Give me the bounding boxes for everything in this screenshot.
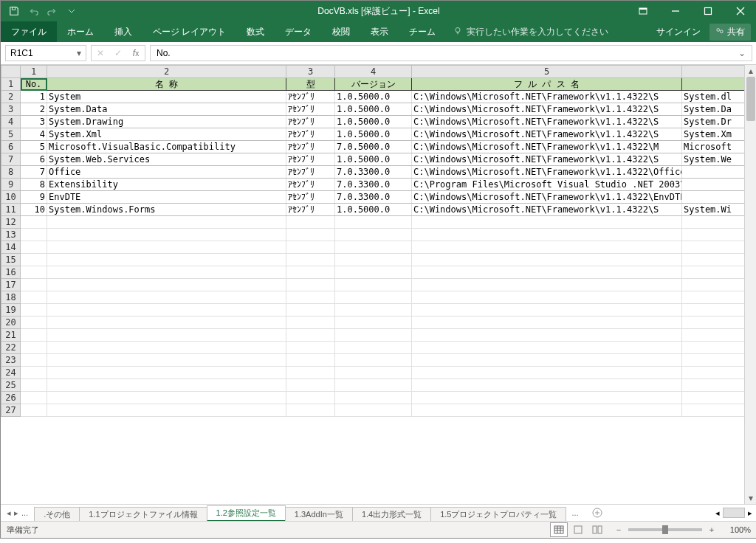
cell[interactable] (47, 317, 286, 329)
row-header[interactable]: 9 (1, 179, 21, 191)
row-header[interactable]: 25 (1, 379, 21, 392)
row-header[interactable]: 22 (1, 342, 21, 354)
cell[interactable] (682, 379, 745, 392)
cell[interactable] (682, 266, 745, 279)
cell[interactable] (682, 241, 745, 254)
cell[interactable]: C:\Windows\Microsoft.NET\Framework\v1.1.… (412, 166, 682, 179)
cell[interactable]: ｱｾﾝﾌﾞﾘ (286, 141, 335, 153)
cell[interactable] (335, 216, 412, 229)
cell[interactable] (21, 329, 47, 342)
header-cell[interactable] (682, 78, 745, 91)
cell[interactable]: ｱｾﾝﾌﾞﾘ (286, 91, 335, 103)
cell[interactable]: 5 (21, 141, 47, 153)
row-header[interactable]: 27 (1, 404, 21, 417)
hscroll-right-icon[interactable]: ▸ (748, 508, 752, 518)
cell[interactable] (682, 329, 745, 342)
cell[interactable]: C:\Program Files\Microsoft Visual Studio… (412, 179, 682, 191)
cell[interactable] (47, 392, 286, 404)
spreadsheet-grid[interactable]: 12345 1No.名 称型バージョンフ ル パ ス 名21Systemｱｾﾝﾌ… (1, 65, 744, 417)
sheet-tab[interactable]: 1.3AddIn一覧 (285, 507, 353, 521)
cell[interactable] (412, 266, 682, 279)
cell[interactable] (412, 392, 682, 404)
cell[interactable] (412, 216, 682, 229)
insert-function-button[interactable]: fx (127, 48, 145, 58)
cell[interactable] (335, 354, 412, 367)
sign-in-link[interactable]: サインイン (656, 26, 701, 38)
cell[interactable] (286, 216, 335, 229)
cell[interactable] (682, 304, 745, 317)
cell[interactable] (47, 354, 286, 367)
header-cell[interactable]: 型 (286, 78, 335, 91)
sheet-tab[interactable]: 1.5プロジェクトプロパティ一覧 (430, 507, 566, 521)
sheet-tab[interactable]: 1.2参照設定一覧 (207, 505, 286, 521)
cell[interactable]: System.Wi (682, 204, 745, 216)
cell[interactable]: Microsoft.VisualBasic.Compatibility (47, 141, 286, 153)
cell[interactable] (21, 216, 47, 229)
cell[interactable]: 7.0.5000.0 (335, 141, 412, 153)
column-header[interactable] (682, 66, 745, 78)
cell[interactable]: System.dl (682, 91, 745, 103)
cell[interactable]: 1 (21, 91, 47, 103)
cell[interactable]: 7.0.3300.0 (335, 166, 412, 179)
row-header[interactable]: 23 (1, 354, 21, 367)
cell[interactable]: ｱｾﾝﾌﾞﾘ (286, 116, 335, 128)
cell[interactable] (47, 342, 286, 354)
cell[interactable] (286, 241, 335, 254)
cell[interactable] (21, 379, 47, 392)
horizontal-scrollbar[interactable]: ◂ ▸ (715, 505, 756, 521)
cell[interactable]: Microsoft (682, 141, 745, 153)
ribbon-tab-0[interactable]: ホーム (57, 21, 104, 42)
cell[interactable] (286, 266, 335, 279)
cell[interactable] (47, 241, 286, 254)
cell[interactable] (47, 404, 286, 417)
cell[interactable] (682, 317, 745, 329)
cell[interactable]: System.We (682, 153, 745, 166)
cell[interactable]: 7 (21, 166, 47, 179)
cell[interactable] (335, 392, 412, 404)
cell[interactable] (286, 367, 335, 379)
cell[interactable]: ｱｾﾝﾌﾞﾘ (286, 153, 335, 166)
cell[interactable] (286, 329, 335, 342)
row-header[interactable]: 24 (1, 367, 21, 379)
row-header[interactable]: 4 (1, 116, 21, 128)
cell[interactable] (21, 241, 47, 254)
cell[interactable] (335, 304, 412, 317)
row-header[interactable]: 16 (1, 266, 21, 279)
column-header[interactable]: 2 (47, 66, 286, 78)
cell[interactable] (335, 241, 412, 254)
cell[interactable] (21, 266, 47, 279)
cell[interactable] (47, 279, 286, 291)
select-all-corner[interactable] (1, 66, 21, 78)
cell[interactable]: C:\Windows\Microsoft.NET\Framework\v1.1.… (412, 153, 682, 166)
row-header[interactable]: 11 (1, 204, 21, 216)
hscroll-track[interactable] (723, 508, 745, 518)
cell[interactable] (335, 317, 412, 329)
row-header[interactable]: 21 (1, 329, 21, 342)
cell[interactable] (335, 367, 412, 379)
cell[interactable] (21, 279, 47, 291)
cell[interactable] (286, 304, 335, 317)
redo-button[interactable] (44, 3, 61, 19)
cell[interactable] (21, 367, 47, 379)
header-cell[interactable]: バージョン (335, 78, 412, 91)
cell[interactable]: 7.0.3300.0 (335, 191, 412, 204)
column-header[interactable]: 3 (286, 66, 335, 78)
normal-view-button[interactable] (550, 522, 568, 537)
cell[interactable] (412, 329, 682, 342)
cell[interactable] (682, 279, 745, 291)
save-button[interactable] (5, 3, 23, 19)
cell[interactable]: System.Web.Services (47, 153, 286, 166)
cell[interactable] (335, 329, 412, 342)
cell[interactable]: System.Drawing (47, 116, 286, 128)
cell[interactable]: 1.0.5000.0 (335, 153, 412, 166)
cell[interactable] (286, 229, 335, 241)
cell[interactable] (47, 379, 286, 392)
cell[interactable] (682, 367, 745, 379)
cell[interactable]: 8 (21, 179, 47, 191)
share-button[interactable]: 共有 (709, 24, 751, 41)
cell[interactable] (47, 367, 286, 379)
row-header[interactable]: 13 (1, 229, 21, 241)
cell[interactable] (412, 304, 682, 317)
cell[interactable] (412, 404, 682, 417)
tab-trailing-ellipsis[interactable]: ... (566, 507, 584, 519)
